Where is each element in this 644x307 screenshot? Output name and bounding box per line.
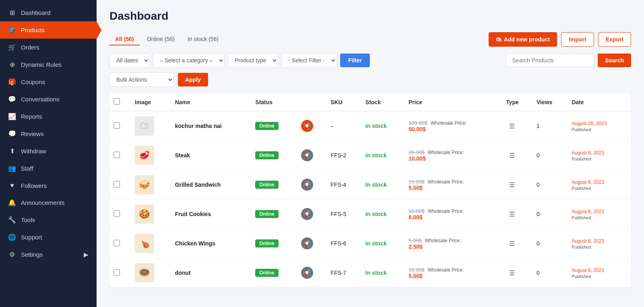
products-table: ImageNameStatusSKUStockPriceTypeViewsDat…: [109, 93, 631, 287]
product-name-cell: Chicken Wings: [171, 229, 252, 258]
search-input[interactable]: [506, 54, 594, 67]
megaphone-button[interactable]: 📢: [301, 179, 313, 191]
product-date: August 6, 2023: [572, 267, 627, 274]
megaphone-button[interactable]: 📢: [301, 149, 313, 161]
date-cell: August 6, 2023 Published: [568, 258, 631, 288]
apply-button[interactable]: Apply: [178, 73, 208, 87]
bulk-actions-select[interactable]: Bulk Actions: [109, 72, 174, 87]
tab-all[interactable]: All (56): [109, 33, 140, 45]
product-name: donut: [175, 270, 191, 276]
sku-cell: FFS-6: [326, 229, 361, 258]
row-checkbox[interactable]: [114, 269, 120, 276]
product-date-status: Published: [572, 245, 627, 249]
price-cell: 10.00$ Wholesale Price: 5.00$: [405, 170, 502, 200]
megaphone-button[interactable]: 📢: [301, 267, 313, 279]
sidebar-item-label: Reviews: [21, 130, 44, 137]
product-name-cell: Steak: [171, 141, 252, 170]
menu-icon-button[interactable]: ☰: [506, 238, 518, 249]
row-checkbox[interactable]: [114, 122, 120, 129]
filter-button[interactable]: Filter: [340, 54, 370, 67]
sidebar-item-staff[interactable]: 👥 Staff: [0, 160, 97, 177]
status-badge: Online: [255, 151, 278, 159]
sidebar-item-orders[interactable]: 🛒 Orders: [0, 39, 97, 56]
sidebar-item-followers[interactable]: ♥ Followers: [0, 177, 97, 194]
sidebar-item-reviews[interactable]: 💭 Reviews: [0, 125, 97, 142]
product-status-cell: Online: [251, 170, 297, 200]
price-cell: 16.00$ Wholesale Price: 8.00$: [405, 200, 502, 229]
product-image-cell: [131, 111, 171, 141]
sidebar-item-settings[interactable]: ⚙ Settings ▶: [0, 246, 97, 263]
export-button[interactable]: Export: [598, 32, 631, 47]
price-cell: 20.00$ Wholesale Price: 10.00$: [405, 141, 502, 170]
sidebar-item-dynamic-rules[interactable]: ⊕ Dynamic Rules: [0, 56, 97, 73]
sku-cell: FFS-5: [326, 200, 361, 229]
menu-icon-button[interactable]: ☰: [506, 150, 518, 161]
row-checkbox[interactable]: [114, 152, 120, 158]
reviews-icon: 💭: [8, 130, 16, 138]
sidebar-item-label: Reports: [21, 113, 42, 120]
megaphone-cell: 📢: [297, 111, 326, 141]
import-button[interactable]: Import: [561, 32, 594, 47]
row-checkbox[interactable]: [114, 240, 120, 246]
bag-icon: 🛍: [496, 36, 502, 43]
sidebar-item-reports[interactable]: 📈 Reports: [0, 108, 97, 125]
megaphone-button[interactable]: 📢: [301, 237, 313, 249]
megaphone-cell: 📢: [297, 141, 326, 170]
price-wholesale-label: Wholesale Price:: [428, 150, 464, 155]
product-image: 🍪: [135, 204, 154, 224]
row-checkbox[interactable]: [114, 210, 120, 217]
menu-icon-button[interactable]: ☰: [506, 209, 518, 220]
price-current: 5.00$: [409, 273, 423, 279]
tab-online[interactable]: Online (56): [141, 33, 180, 45]
product-type-filter[interactable]: Product type: [228, 53, 278, 68]
col-header-2: Name: [171, 93, 252, 111]
menu-icon-button[interactable]: ☰: [506, 268, 518, 278]
col-header-8: Type: [502, 93, 533, 111]
category-filter[interactable]: – Select a category –: [153, 53, 225, 68]
sidebar-item-coupons[interactable]: 🎁 Coupons: [0, 73, 97, 91]
product-name: Chicken Wings: [175, 240, 215, 247]
views-cell: 1: [533, 111, 568, 141]
price-current: 5.00$: [409, 185, 423, 191]
col-header-4: [297, 93, 326, 111]
price-wholesale-label: Wholesale Price:: [428, 179, 464, 185]
date-cell: August 6, 2023 Published: [568, 229, 631, 258]
menu-icon-button[interactable]: ☰: [506, 179, 518, 190]
table-row: 🍩donutOnline📢FFS-7In stock 10.00$ Wholes…: [109, 258, 631, 288]
stock-status: In stock: [365, 123, 387, 129]
sidebar-item-dashboard[interactable]: ⊞ Dashboard: [0, 4, 97, 21]
search-button[interactable]: Search: [598, 54, 631, 67]
sidebar-item-conversations[interactable]: 💬 Conversations: [0, 91, 97, 108]
price-wholesale-label: Wholesale Price:: [428, 208, 464, 214]
select-filter[interactable]: - Select Filter -: [281, 53, 337, 68]
price-wholesale-label: Wholesale Price:: [431, 120, 467, 126]
product-date-status: Published: [572, 215, 627, 220]
sidebar-item-label: Announcements: [21, 199, 64, 206]
megaphone-cell: 📢: [297, 258, 326, 288]
product-date: August 6, 2023: [572, 179, 627, 186]
sidebar-item-products[interactable]: 🧳 Products: [0, 21, 97, 39]
megaphone-button[interactable]: 📢: [301, 120, 313, 132]
date-filter[interactable]: All dates: [109, 53, 150, 68]
product-image-cell: 🍗: [131, 229, 171, 258]
status-badge: Online: [255, 122, 278, 130]
megaphone-button[interactable]: 📢: [301, 208, 313, 220]
stock-status: In stock: [365, 152, 387, 159]
stock-status: In stock: [365, 181, 387, 188]
sidebar-item-support[interactable]: 🌐 Support: [0, 229, 97, 246]
sidebar-item-withdraw[interactable]: ⬆ Withdraw: [0, 142, 97, 160]
add-new-product-button[interactable]: 🛍 Add new product: [489, 32, 557, 47]
product-image-cell: 🍩: [131, 258, 171, 288]
select-all-checkbox[interactable]: [114, 98, 120, 105]
actions-row: 🛍 Add new product Import Export: [489, 32, 631, 47]
menu-icon-button[interactable]: ☰: [506, 121, 518, 132]
product-image: 🍗: [135, 234, 154, 253]
table-row: kochur matha naiOnline📢–In stock 100.00$…: [109, 111, 631, 141]
views-cell: 0: [533, 200, 568, 229]
sidebar-item-label: Staff: [21, 165, 33, 172]
tab-instock[interactable]: In stock (56): [182, 33, 224, 45]
sidebar-item-announcements[interactable]: 🔔 Announcements: [0, 194, 97, 211]
sidebar-item-tools[interactable]: 🔧 Tools: [0, 211, 97, 229]
product-date-status: Published: [572, 186, 627, 191]
row-checkbox[interactable]: [114, 181, 120, 187]
